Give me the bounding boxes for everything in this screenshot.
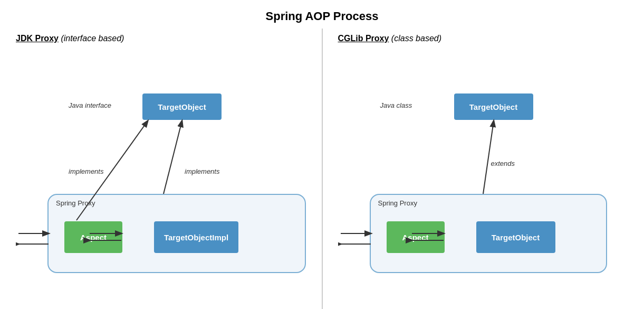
right-proxy-label: Spring Proxy	[378, 199, 417, 207]
left-aspect-box: Aspect	[64, 221, 122, 253]
left-implements-left-label: implements	[69, 167, 103, 175]
right-diagram: TargetObject Java class extends Spring P…	[338, 46, 629, 289]
left-proxy-label: Spring Proxy	[56, 199, 95, 207]
left-target-object-box: TargetObject	[142, 93, 222, 120]
right-panel-title: CGLib Proxy (class based)	[338, 34, 629, 43]
left-panel-title-text: JDK Proxy	[16, 34, 59, 43]
right-panel: CGLib Proxy (class based) TargetObject J…	[322, 29, 645, 309]
left-implements-right-label: implements	[185, 167, 219, 175]
left-diagram: TargetObject Java interface implements i…	[16, 46, 306, 289]
main-layout: JDK Proxy (interface based) TargetObject…	[0, 29, 644, 309]
page-title: Spring AOP Process	[266, 10, 379, 23]
right-extends-label: extends	[491, 160, 515, 167]
right-java-label: Java class	[380, 101, 412, 109]
right-panel-subtitle: (class based)	[391, 34, 441, 43]
left-java-label: Java interface	[69, 101, 111, 109]
right-aspect-box: Aspect	[387, 221, 445, 253]
right-proxy-container: Spring Proxy Aspect TargetObject	[370, 194, 607, 273]
right-panel-title-text: CGLib Proxy	[338, 34, 389, 43]
svg-line-0	[164, 121, 182, 194]
left-panel-title: JDK Proxy (interface based)	[16, 34, 306, 43]
left-panel-subtitle: (interface based)	[61, 34, 124, 43]
left-target-impl-box: TargetObjectImpl	[154, 221, 238, 253]
svg-line-6	[483, 121, 494, 194]
left-proxy-container: Spring Proxy Aspect TargetObjectImpl	[47, 194, 306, 273]
right-target-object-top-box: TargetObject	[454, 93, 533, 120]
left-panel: JDK Proxy (interface based) TargetObject…	[0, 29, 322, 309]
right-target-object-box: TargetObject	[476, 221, 555, 253]
